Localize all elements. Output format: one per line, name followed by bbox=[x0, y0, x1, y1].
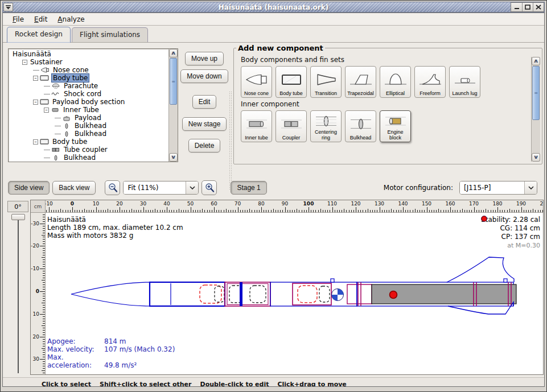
tree-item-label[interactable]: Bulkhead bbox=[73, 122, 108, 130]
tree-item-label[interactable]: Shock cord bbox=[63, 90, 102, 98]
tree-item-label[interactable]: Payload bbox=[73, 114, 102, 122]
tab-flight-simulations[interactable]: Flight simulations bbox=[72, 27, 148, 42]
tree-item-label[interactable]: Tube coupler bbox=[63, 146, 109, 154]
ruler-tick bbox=[282, 210, 283, 212]
menu-analyze[interactable]: Analyze bbox=[52, 14, 89, 24]
bulkhead-button[interactable]: Bulkhead bbox=[345, 110, 376, 142]
tube-coupler-shape[interactable] bbox=[293, 283, 331, 305]
inner-tube-button[interactable]: Inner tube bbox=[241, 110, 272, 142]
tab-rocket-design[interactable]: Rocket design bbox=[7, 27, 71, 43]
new-stage-button[interactable]: New stage bbox=[182, 117, 227, 131]
launch-lug-2-shape[interactable] bbox=[504, 279, 507, 282]
freeform-button[interactable]: Freeform bbox=[414, 66, 446, 98]
scrollbar-thumb[interactable]: ≡ bbox=[170, 58, 177, 105]
titlebar[interactable]: Haisunäätä (haisunaata.ork) bbox=[2, 2, 545, 13]
scroll-down-icon[interactable]: ∨ bbox=[532, 153, 540, 162]
coupler-button[interactable]: Coupler bbox=[275, 110, 307, 142]
launch-lug-shape[interactable] bbox=[331, 279, 334, 282]
ruler-tick bbox=[467, 210, 467, 212]
tree-item-inner-tube[interactable]: –Inner Tube bbox=[10, 106, 168, 114]
back-view-button[interactable]: Back view bbox=[52, 181, 96, 195]
tree-collapse-icon[interactable]: – bbox=[33, 139, 38, 145]
component-scrollbar[interactable]: ∧ ≡ ∨ bbox=[531, 57, 540, 162]
slider-handle[interactable] bbox=[11, 214, 25, 220]
nose-cone-button[interactable]: Nose cone bbox=[241, 66, 272, 98]
ruler-tick bbox=[68, 210, 68, 212]
menu-edit[interactable]: Edit bbox=[29, 14, 52, 24]
tree-item-payload-body-section[interactable]: –Payload body section bbox=[10, 98, 168, 106]
body-tube-1-shape[interactable] bbox=[150, 282, 225, 306]
tree-item-nose-cone[interactable]: Nose cone bbox=[10, 66, 168, 74]
centering-ring-button[interactable]: Centering ring bbox=[310, 110, 342, 142]
move-up-button[interactable]: Move up bbox=[185, 52, 224, 65]
fin-upper-shape[interactable] bbox=[447, 257, 514, 282]
tree-item-label[interactable]: Haisunäätä bbox=[11, 50, 52, 58]
engine-block-button[interactable]: Engine block bbox=[380, 110, 411, 142]
zoom-level-combo[interactable]: Fit (11%) bbox=[123, 181, 199, 195]
edit-button[interactable]: Edit bbox=[192, 95, 217, 109]
tree-item-haisunäätä[interactable]: Haisunäätä bbox=[10, 50, 168, 58]
parachute-shape[interactable] bbox=[200, 285, 221, 303]
tree-item-label[interactable]: Parachute bbox=[63, 82, 99, 90]
transition-button[interactable]: Transition bbox=[310, 66, 342, 98]
parachute-2-shape[interactable] bbox=[298, 286, 317, 303]
zoom-in-button[interactable] bbox=[201, 180, 217, 195]
tree-item-body-tube[interactable]: –Body tube bbox=[10, 74, 168, 82]
stage-1-toggle[interactable]: Stage 1 bbox=[231, 181, 266, 195]
scroll-down-icon[interactable]: ∨ bbox=[169, 153, 178, 162]
chevron-down-icon[interactable] bbox=[524, 181, 537, 194]
tree-item-label[interactable]: Bulkhead bbox=[73, 130, 108, 138]
tree-item-shock-cord[interactable]: Shock cord bbox=[10, 90, 168, 98]
body-tube-button[interactable]: Body tube bbox=[275, 66, 307, 98]
tree-item-body-tube[interactable]: –Body tube bbox=[10, 138, 168, 146]
tree-item-label[interactable]: Body tube bbox=[51, 138, 88, 146]
delete-button[interactable]: Delete bbox=[188, 139, 221, 152]
tree-item-label[interactable]: Sustainer bbox=[29, 58, 64, 66]
nose-cone-shape[interactable] bbox=[71, 282, 150, 306]
rocket-info: Haisunäätä Length 189 cm, max. diameter … bbox=[47, 216, 183, 240]
scroll-up-icon[interactable]: ∧ bbox=[532, 57, 540, 65]
payload-inner-tube-shape[interactable] bbox=[227, 284, 268, 305]
tree-scrollbar[interactable]: ∧ ≡ ∨ bbox=[168, 49, 178, 162]
ruler-tick bbox=[318, 210, 319, 212]
ruler-label: 20 bbox=[116, 201, 122, 207]
tree-item-parachute[interactable]: Parachute bbox=[10, 82, 168, 90]
tree-item-sustainer[interactable]: –Sustainer bbox=[10, 58, 168, 66]
elliptical-button[interactable]: Elliptical bbox=[380, 66, 411, 98]
shock-cord-shape[interactable] bbox=[215, 286, 224, 302]
tree-item-bulkhead[interactable]: Bulkhead bbox=[10, 122, 168, 130]
tree-item-payload[interactable]: Payload bbox=[10, 114, 168, 122]
trapezoidal-button[interactable]: Trapezoidal bbox=[345, 66, 376, 98]
shock-cord-2-shape[interactable] bbox=[319, 286, 330, 302]
tree-item-bulkhead[interactable]: Bulkhead bbox=[10, 154, 168, 162]
tree-collapse-icon[interactable]: – bbox=[33, 100, 38, 105]
move-down-button[interactable]: Move down bbox=[180, 69, 228, 83]
rocket-canvas[interactable]: Haisunäätä Length 189 cm, max. diameter … bbox=[46, 213, 543, 374]
tree-collapse-icon[interactable]: – bbox=[44, 108, 49, 113]
tree-item-label[interactable]: Nose cone bbox=[52, 66, 90, 74]
ruler-tick bbox=[42, 257, 45, 258]
scroll-up-icon[interactable]: ∧ bbox=[169, 49, 178, 57]
bulkhead-shape[interactable] bbox=[240, 282, 242, 306]
tree-collapse-icon[interactable]: – bbox=[22, 60, 27, 65]
payload-mass-2-shape[interactable] bbox=[250, 286, 266, 303]
tree-item-label[interactable]: Body tube bbox=[51, 73, 89, 82]
tree-item-label[interactable]: Inner Tube bbox=[62, 106, 100, 114]
tree-item-label[interactable]: Payload body section bbox=[51, 98, 126, 106]
chevron-down-icon[interactable] bbox=[186, 181, 198, 194]
motor-configuration-combo[interactable]: [J115-P] bbox=[459, 181, 537, 195]
side-view-button[interactable]: Side view bbox=[8, 181, 50, 195]
tree-item-tube-coupler[interactable]: Tube coupler bbox=[10, 146, 168, 154]
zoom-out-button[interactable] bbox=[105, 180, 120, 195]
launch-lug-button[interactable]: Launch lug bbox=[449, 66, 480, 98]
ruler-label: 70 bbox=[235, 201, 241, 207]
rotation-slider[interactable] bbox=[11, 214, 25, 374]
inner-tube-shape[interactable] bbox=[347, 284, 372, 304]
tree-collapse-icon[interactable]: – bbox=[33, 76, 38, 81]
scrollbar-thumb[interactable]: ≡ bbox=[532, 66, 540, 120]
motor-configuration-label: Motor configuration: bbox=[384, 184, 456, 192]
tree-item-bulkhead[interactable]: Bulkhead bbox=[10, 130, 168, 138]
menu-file[interactable]: File bbox=[7, 14, 29, 24]
ruler-tick bbox=[43, 244, 45, 244]
tree-item-label[interactable]: Bulkhead bbox=[63, 154, 97, 162]
